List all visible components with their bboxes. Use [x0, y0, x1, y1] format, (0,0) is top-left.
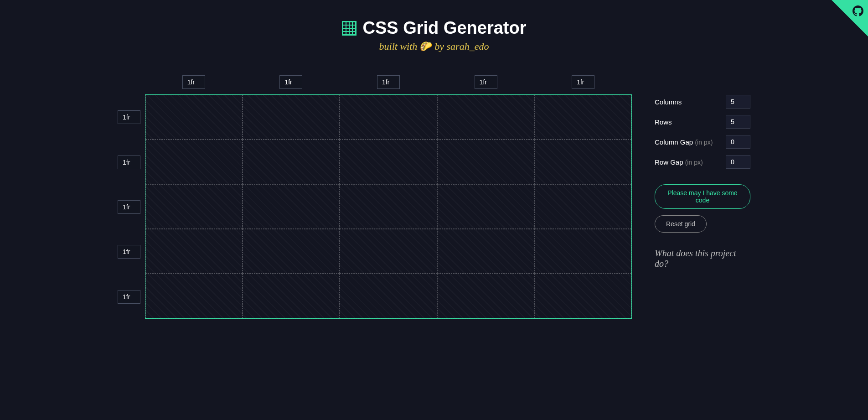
row-gap-label: Row Gap (in px): [655, 158, 703, 166]
row-gap-input[interactable]: [726, 155, 750, 169]
row-unit-input[interactable]: [118, 110, 140, 124]
grid-cell[interactable]: [145, 95, 243, 140]
header: CSS Grid Generator built with 🌮 by sarah…: [9, 18, 859, 52]
row-labels: [118, 95, 140, 319]
column-unit-input[interactable]: [279, 75, 302, 89]
column-labels: [145, 75, 632, 89]
grid-cell[interactable]: [437, 95, 534, 140]
row-unit-input[interactable]: [118, 200, 140, 214]
grid-cell[interactable]: [243, 140, 340, 184]
rows-label: Rows: [655, 118, 672, 126]
grid-cell[interactable]: [437, 274, 534, 318]
grid-cell[interactable]: [243, 274, 340, 318]
columns-input[interactable]: [726, 95, 750, 109]
subtitle: built with 🌮 by sarah_edo: [9, 41, 859, 52]
info-link[interactable]: What does this project do?: [655, 248, 750, 269]
taco-icon: 🌮: [420, 41, 432, 52]
grid-section: [118, 75, 632, 319]
column-unit-input[interactable]: [475, 75, 497, 89]
grid-cell[interactable]: [534, 229, 631, 274]
grid-logo-icon: [342, 21, 356, 36]
grid-cell[interactable]: [534, 95, 631, 140]
page-title: CSS Grid Generator: [363, 18, 527, 38]
grid-cell[interactable]: [340, 274, 437, 318]
grid-cell[interactable]: [243, 184, 340, 229]
grid-cell[interactable]: [145, 229, 243, 274]
column-unit-input[interactable]: [182, 75, 205, 89]
columns-label: Columns: [655, 98, 682, 106]
grid-cell[interactable]: [243, 229, 340, 274]
grid-cell[interactable]: [340, 229, 437, 274]
generate-code-button[interactable]: Please may I have some code: [655, 184, 750, 209]
grid-cell[interactable]: [340, 95, 437, 140]
github-icon[interactable]: [852, 5, 863, 19]
grid-cell[interactable]: [145, 184, 243, 229]
controls-panel: Columns Rows Column Gap (in px) Row Gap …: [655, 75, 750, 319]
row-unit-input[interactable]: [118, 156, 140, 169]
grid-cell[interactable]: [437, 229, 534, 274]
grid-cell[interactable]: [340, 184, 437, 229]
row-unit-input[interactable]: [118, 290, 140, 304]
row-unit-input[interactable]: [118, 245, 140, 259]
grid-cell[interactable]: [340, 140, 437, 184]
grid-cell[interactable]: [145, 140, 243, 184]
column-unit-input[interactable]: [572, 75, 594, 89]
grid-cell[interactable]: [534, 274, 631, 318]
column-gap-label: Column Gap (in px): [655, 138, 713, 146]
grid-cell[interactable]: [437, 184, 534, 229]
grid-cell[interactable]: [145, 274, 243, 318]
grid-cell[interactable]: [243, 95, 340, 140]
grid-cell[interactable]: [534, 140, 631, 184]
author-link[interactable]: sarah_edo: [447, 41, 489, 52]
grid-canvas[interactable]: [145, 94, 632, 319]
reset-grid-button[interactable]: Reset grid: [655, 215, 707, 233]
grid-cell[interactable]: [534, 184, 631, 229]
column-gap-input[interactable]: [726, 135, 750, 149]
rows-input[interactable]: [726, 115, 750, 129]
grid-cell[interactable]: [437, 140, 534, 184]
column-unit-input[interactable]: [377, 75, 400, 89]
